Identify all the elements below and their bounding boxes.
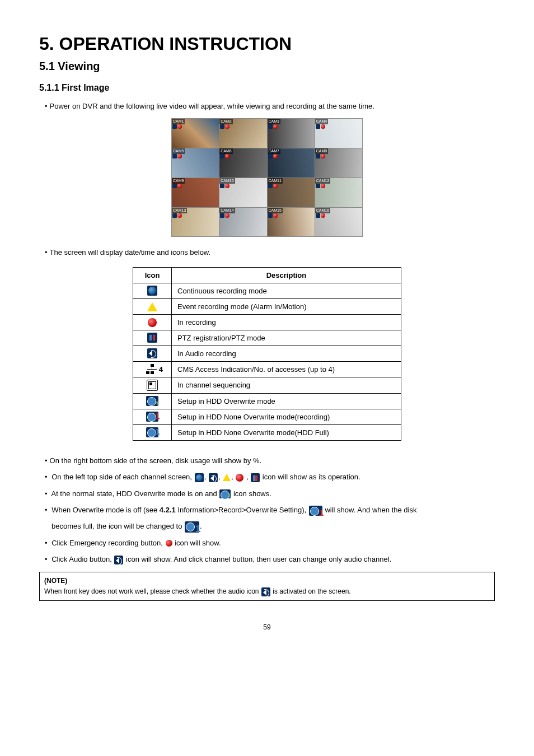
hdd-overwrite-icon (219, 489, 231, 498)
clock-icon (147, 286, 157, 296)
screen-bullet: The screen will display date/time and ic… (45, 246, 495, 259)
hdd-none-overwrite-rec-icon: 1 (309, 506, 322, 516)
section-heading: 5.1 Viewing (39, 60, 495, 73)
note-body: When front key does not work well, pleas… (44, 586, 490, 597)
audio-icon (209, 473, 218, 482)
bullet-overwrite-off-cont: becomes full, the icon will be changed t… (51, 520, 495, 533)
icon-description-table: Icon Description Continuous recording mo… (133, 267, 401, 441)
bullet-emergency: Click Emergency recording button, icon w… (45, 536, 495, 549)
desc-hdd-none-overwrite-full: Setup in HDD None Overwrite mode(HDD Ful… (172, 424, 401, 440)
hdd-overwrite-icon (146, 396, 158, 406)
desc-event-recording: Event recording mode (Alarm In/Motion) (172, 298, 401, 314)
hdd-none-overwrite-full-icon: 1 (146, 427, 158, 437)
desc-ptz: PTZ registration/PTZ mode (172, 330, 401, 346)
ptz-icon (251, 473, 260, 482)
bullet-overwrite-off: When Overwrite mode is off (see 4.2.1 In… (45, 503, 495, 516)
bullet-audio: Click Audio button, icon will show. And … (45, 553, 495, 566)
sequence-icon (147, 380, 158, 391)
audio-icon (114, 556, 123, 564)
desc-audio-recording: In Audio recording (172, 346, 401, 361)
intro-bullet: Power on DVR and the following live vide… (45, 100, 495, 113)
dvr-multiview-grid: CAM1 CAM2 CAM3 CAM4 CAM5 CAM6 CAM7 CAM8 … (171, 118, 363, 237)
note-title: (NOTE) (44, 576, 490, 586)
audio-icon (261, 587, 270, 596)
audio-icon (147, 348, 157, 358)
alarm-triangle-icon (223, 474, 231, 481)
desc-in-recording: In recording (172, 314, 401, 330)
bullet-disk-usage: On the right bottom side of the screen, … (45, 454, 495, 467)
desc-sequencing: In channel sequencing (172, 377, 401, 393)
desc-hdd-none-overwrite-rec: Setup in HDD None Overwrite mode(recordi… (172, 409, 401, 424)
hdd-none-overwrite-rec-icon: 1 (146, 412, 158, 422)
bullet-normal-state: At the normal state, HDD Overwrite mode … (45, 487, 495, 500)
th-icon: Icon (133, 267, 172, 283)
record-dot-icon (236, 474, 243, 482)
desc-cms-access: CMS Access Indication/No. of accesses (u… (172, 361, 401, 377)
record-dot-icon (166, 540, 172, 547)
ptz-icon (147, 333, 157, 343)
page-heading: 5. OPERATION INSTRUCTION (39, 34, 495, 54)
record-dot-icon (148, 318, 157, 327)
desc-continuous-recording: Continuous recording mode (172, 283, 401, 298)
cms-network-icon: 4 (146, 364, 158, 374)
subsection-heading: 5.1.1 First Image (39, 83, 495, 93)
note-box: (NOTE) When front key does not work well… (39, 572, 495, 601)
th-description: Description (172, 267, 401, 283)
page-number: 59 (39, 623, 495, 631)
desc-hdd-overwrite: Setup in HDD Overwrite mode (172, 393, 401, 409)
hdd-none-overwrite-full-icon: 1 (185, 521, 199, 533)
alarm-triangle-icon (147, 302, 157, 311)
clock-icon (195, 473, 204, 482)
bullet-channel-icons: On the left top side of each channel scr… (45, 470, 495, 483)
